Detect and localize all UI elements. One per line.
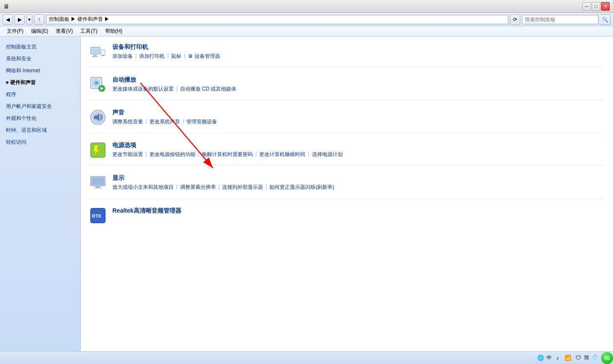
power-content: 电源选项 更改节能设置 | 更改电源按钮的功能 | 唤醒计算机时需要密码 | 更… (112, 142, 604, 158)
svg-rect-20 (94, 188, 102, 188)
svg-rect-5 (101, 50, 105, 54)
power-icon (89, 142, 106, 159)
sidebar-item-home[interactable]: 控制面板主页 (0, 41, 80, 53)
devices-title[interactable]: 设备和打印机 (112, 43, 604, 51)
realtek-icon: RTK (89, 207, 106, 224)
refresh-button[interactable]: ⟳ (510, 14, 520, 25)
autoplay-icon (89, 76, 106, 93)
autoplay-content: 自动播放 更改媒体或设备的默认设置 | 自动播放 CD 或其他媒体 (112, 76, 604, 93)
address-input[interactable] (46, 15, 508, 24)
title-bar-icon: 🖥 (3, 3, 9, 10)
svg-text:RTK: RTK (92, 213, 102, 219)
taskbar-note-icon: ♪ (553, 354, 562, 362)
link-resolution[interactable]: 调整屏幕分辨率 (180, 184, 216, 191)
section-display: 显示 放大或缩小文本和其他项目 | 调整屏幕分辨率 | 连接到外部显示器 | 如… (89, 174, 604, 199)
sidebar-item-programs[interactable]: 程序 (0, 88, 80, 100)
sidebar-item-accessibility[interactable]: 轻松访问 (0, 136, 80, 148)
link-autoplay-cd[interactable]: 自动播放 CD 或其他媒体 (180, 85, 236, 93)
link-mouse[interactable]: 鼠标 (171, 53, 181, 60)
sidebar-item-security[interactable]: 系统和安全 (0, 53, 80, 65)
menu-edit[interactable]: 编辑(E) (28, 27, 52, 36)
display-icon (89, 174, 106, 191)
power-title[interactable]: 电源选项 (112, 142, 604, 149)
display-links: 放大或缩小文本和其他项目 | 调整屏幕分辨率 | 连接到外部显示器 | 如何更正… (112, 184, 604, 191)
sound-icon (89, 109, 106, 126)
title-bar: 🖥 ─ □ ✕ (0, 0, 613, 13)
link-refresh-rate[interactable]: 如何更正显示器闪烁(刷新率) (269, 184, 334, 191)
sidebar-item-hardware[interactable]: 硬件和声音 (0, 77, 80, 88)
section-sound: 声音 调整系统音量 | 更改系统声音 | 管理音频设备 (89, 109, 604, 133)
section-devices: 设备和打印机 添加设备 | 添加打印机 | 鼠标 | 🖥 设备管理器 (89, 43, 604, 68)
address-bar: ◀ ▶ ▾ ↑ ⟳ 🔍 (0, 13, 613, 26)
link-change-sound[interactable]: 更改系统声音 (149, 118, 180, 125)
svg-rect-2 (93, 55, 97, 56)
search-icon[interactable]: 🔍 (600, 14, 610, 25)
section-realtek: RTK Realtek高清晰音频管理器 (89, 207, 604, 231)
svg-point-6 (103, 55, 104, 56)
devices-icon (89, 43, 106, 60)
search-input[interactable] (522, 15, 599, 24)
link-external-display[interactable]: 连接到外部显示器 (222, 184, 263, 191)
content-area: 设备和打印机 添加设备 | 添加打印机 | 鼠标 | 🖥 设备管理器 (81, 37, 613, 351)
title-bar-left: 🖥 (3, 3, 9, 10)
sound-title[interactable]: 声音 (112, 109, 604, 117)
sidebar-item-appearance[interactable]: 外观和个性化 (0, 112, 80, 124)
taskbar-chinese: 中 (547, 354, 552, 361)
devices-content: 设备和打印机 添加设备 | 添加打印机 | 鼠标 | 🖥 设备管理器 (112, 43, 604, 60)
autoplay-title[interactable]: 自动播放 (112, 76, 604, 84)
menu-help[interactable]: 帮助(H) (102, 27, 126, 36)
menu-bar: 文件(F) 编辑(E) 查看(V) 工具(T) 帮助(H) (0, 26, 613, 37)
realtek-content: Realtek高清晰音频管理器 (112, 207, 604, 216)
sound-links: 调整系统音量 | 更改系统声音 | 管理音频设备 (112, 118, 604, 125)
sidebar: 控制面板主页 系统和安全 网络和 Internet 硬件和声音 程序 用户帐户和… (0, 37, 81, 351)
taskbar-shirt-icon: 👕 (591, 354, 599, 362)
link-device-manager[interactable]: 🖥 设备管理器 (188, 53, 220, 60)
link-change-power[interactable]: 更改节能设置 (112, 151, 143, 158)
link-power-plan[interactable]: 选择电源计划 (312, 151, 343, 158)
forward-button[interactable]: ▶ (14, 14, 25, 25)
menu-tools[interactable]: 工具(T) (77, 27, 100, 36)
back-button[interactable]: ◀ (3, 14, 13, 25)
link-wake-password[interactable]: 唤醒计算机时需要密码 (202, 151, 253, 158)
link-add-printer[interactable]: 添加打印机 (139, 53, 165, 60)
maximize-button[interactable]: □ (592, 2, 600, 11)
sidebar-item-network[interactable]: 网络和 Internet (0, 65, 80, 77)
link-add-device[interactable]: 添加设备 (112, 53, 133, 60)
autoplay-links: 更改媒体或设备的默认设置 | 自动播放 CD 或其他媒体 (112, 85, 604, 93)
menu-file[interactable]: 文件(F) (3, 27, 27, 36)
realtek-title[interactable]: Realtek高清晰音频管理器 (112, 207, 604, 215)
link-sleep-time[interactable]: 更改计算机睡眠时间 (259, 151, 305, 158)
link-adjust-volume[interactable]: 调整系统音量 (112, 118, 143, 125)
link-text-size[interactable]: 放大或缩小文本和其他项目 (112, 184, 174, 191)
svg-rect-3 (92, 56, 98, 57)
minimize-button[interactable]: ─ (582, 2, 591, 11)
title-bar-controls: ─ □ ✕ (582, 2, 610, 11)
dropdown-button[interactable]: ▾ (26, 14, 32, 25)
link-change-media[interactable]: 更改媒体或设备的默认设置 (112, 85, 174, 93)
power-links: 更改节能设置 | 更改电源按钮的功能 | 唤醒计算机时需要密码 | 更改计算机睡… (112, 151, 604, 158)
sidebar-item-users[interactable]: 用户帐户和家庭安全 (0, 100, 80, 112)
active-dot (6, 81, 9, 84)
up-button[interactable]: ↑ (34, 14, 44, 25)
sound-content: 声音 调整系统音量 | 更改系统声音 | 管理音频设备 (112, 109, 604, 125)
status-bar: 🌐 中 ♪ 📶 🛡 简 👕 ⚙ 55 (0, 351, 613, 364)
taskbar-green-circle: 55 (601, 352, 613, 364)
section-power: 电源选项 更改节能设置 | 更改电源按钮的功能 | 唤醒计算机时需要密码 | 更… (89, 142, 604, 166)
devices-links: 添加设备 | 添加打印机 | 鼠标 | 🖥 设备管理器 (112, 53, 604, 60)
svg-rect-1 (92, 48, 99, 53)
taskbar-network-icon: 📶 (564, 354, 572, 362)
svg-rect-19 (96, 186, 100, 188)
taskbar-lang: 简 (584, 354, 589, 361)
close-button[interactable]: ✕ (601, 2, 610, 11)
display-title[interactable]: 显示 (112, 174, 604, 182)
sidebar-item-clock[interactable]: 时钟、语言和区域 (0, 124, 80, 136)
taskbar-wubi-icon: 🌐 (536, 354, 545, 362)
svg-rect-18 (92, 177, 104, 185)
link-manage-audio[interactable]: 管理音频设备 (186, 118, 217, 125)
menu-view[interactable]: 查看(V) (52, 27, 76, 36)
section-autoplay: 自动播放 更改媒体或设备的默认设置 | 自动播放 CD 或其他媒体 (89, 76, 604, 100)
display-content: 显示 放大或缩小文本和其他项目 | 调整屏幕分辨率 | 连接到外部显示器 | 如… (112, 174, 604, 191)
main-layout: 控制面板主页 系统和安全 网络和 Internet 硬件和声音 程序 用户帐户和… (0, 37, 613, 351)
link-power-button[interactable]: 更改电源按钮的功能 (149, 151, 195, 158)
taskbar-shield-icon: 🛡 (574, 354, 582, 362)
